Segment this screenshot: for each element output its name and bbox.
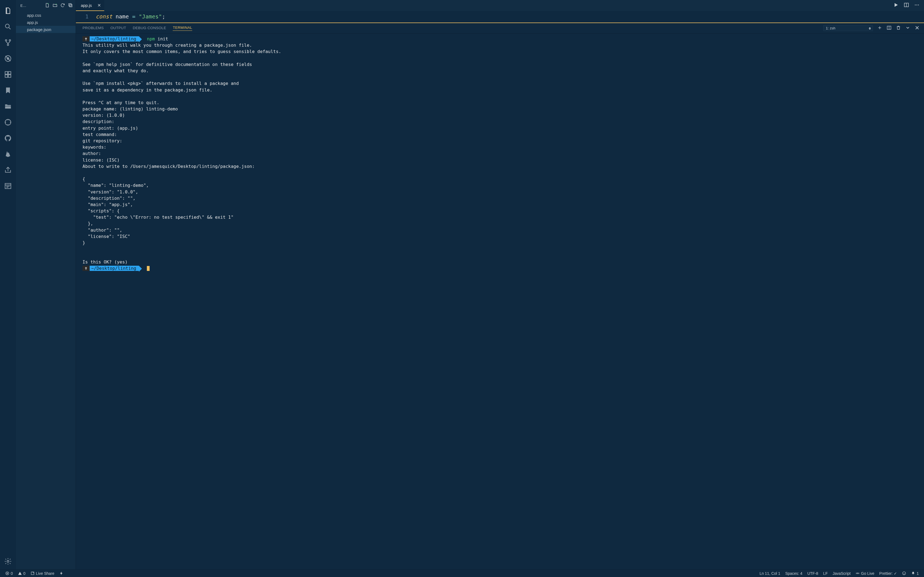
- extensions-icon[interactable]: [0, 66, 16, 82]
- close-panel-icon[interactable]: [915, 25, 919, 31]
- chevron-down-icon[interactable]: [905, 25, 910, 31]
- svg-rect-6: [5, 72, 8, 74]
- status-bar: 0 0 Live Share Ln 11, Col 1 Spaces: 4 UT…: [0, 569, 924, 577]
- collapse-icon[interactable]: [68, 3, 73, 8]
- new-file-icon[interactable]: [45, 3, 50, 8]
- svg-rect-8: [5, 75, 8, 77]
- editor-tabs: app.js ✕: [76, 0, 924, 11]
- status-eol[interactable]: LF: [822, 571, 829, 575]
- svg-point-3: [7, 44, 8, 46]
- bookmark-icon[interactable]: [0, 82, 16, 98]
- source-control-icon[interactable]: [0, 35, 16, 50]
- split-editor-icon[interactable]: [904, 2, 909, 9]
- sidebar-header: E…: [16, 0, 76, 11]
- svg-rect-21: [31, 572, 34, 575]
- folder-icon[interactable]: [0, 98, 16, 114]
- refresh-icon[interactable]: [60, 3, 65, 8]
- editor[interactable]: 1 const name = "James";: [76, 11, 924, 23]
- svg-point-2: [9, 40, 10, 41]
- svg-rect-14: [69, 5, 72, 7]
- activity-bar: [0, 0, 16, 569]
- panel-tab-output[interactable]: OUTPUT: [110, 26, 126, 31]
- panel: PROBLEMS OUTPUT DEBUG CONSOLE TERMINAL 1…: [76, 23, 924, 569]
- more-icon[interactable]: [914, 2, 919, 9]
- close-icon[interactable]: ✕: [97, 3, 101, 8]
- settings-gear-icon[interactable]: [0, 553, 16, 569]
- svg-point-5: [7, 58, 9, 60]
- svg-point-12: [7, 561, 9, 562]
- search-icon[interactable]: [0, 19, 16, 35]
- status-live-share[interactable]: Live Share: [29, 571, 56, 575]
- svg-point-22: [857, 573, 858, 574]
- terminal-selector[interactable]: 1: zsh: [823, 25, 873, 31]
- browser-icon[interactable]: [0, 178, 16, 194]
- svg-point-18: [918, 5, 919, 5]
- tab-label: app.js: [81, 3, 92, 8]
- status-warnings[interactable]: 0: [16, 571, 27, 575]
- split-terminal-icon[interactable]: [887, 25, 892, 31]
- file-item[interactable]: app.js: [16, 19, 76, 26]
- status-errors[interactable]: 0: [4, 571, 14, 575]
- svg-point-16: [915, 5, 916, 5]
- status-bell[interactable]: 1: [910, 571, 920, 575]
- svg-rect-9: [8, 75, 11, 77]
- github-icon[interactable]: [0, 130, 16, 146]
- svg-point-1: [5, 40, 6, 41]
- code-line: const name = "James";: [96, 13, 165, 23]
- explorer-icon[interactable]: [0, 3, 16, 19]
- status-prettier[interactable]: Prettier: ✓: [878, 571, 898, 575]
- file-tree: app.css app.js package.json: [16, 11, 76, 33]
- status-spaces[interactable]: Spaces: 4: [784, 571, 804, 575]
- circle-play-icon[interactable]: [0, 114, 16, 130]
- new-terminal-icon[interactable]: [877, 25, 882, 31]
- svg-rect-13: [69, 3, 71, 6]
- terminal-cursor: [147, 266, 150, 271]
- status-go-live[interactable]: Go Live: [854, 571, 876, 575]
- panel-tab-problems[interactable]: PROBLEMS: [82, 26, 104, 31]
- status-feedback-icon[interactable]: [901, 571, 908, 575]
- share-icon[interactable]: [0, 162, 16, 178]
- status-bolt-icon[interactable]: [58, 571, 65, 575]
- debug-icon[interactable]: [0, 50, 16, 66]
- run-icon[interactable]: [893, 2, 899, 9]
- svg-point-23: [903, 572, 906, 575]
- status-ln-col[interactable]: Ln 11, Col 1: [758, 571, 782, 575]
- trash-icon[interactable]: [896, 25, 901, 31]
- explorer-sidebar: E… app.css app.js package.json: [16, 0, 76, 569]
- svg-point-17: [917, 5, 918, 5]
- line-number: 1: [76, 13, 96, 23]
- terminal-body: This utility will walk you through creat…: [82, 43, 281, 264]
- firebase-icon[interactable]: [0, 146, 16, 162]
- tab-app-js[interactable]: app.js ✕: [76, 0, 104, 11]
- panel-tab-terminal[interactable]: TERMINAL: [173, 26, 192, 31]
- terminal-output[interactable]: ✝~/Desktop/linting npm init This utility…: [76, 34, 924, 569]
- prompt-path: ~/Desktop/linting: [90, 36, 139, 42]
- prompt-symbol: ✝: [82, 36, 90, 42]
- prompt-path: ~/Desktop/linting: [90, 266, 139, 271]
- prompt-symbol: ✝: [82, 266, 90, 271]
- new-folder-icon[interactable]: [53, 3, 58, 8]
- file-item[interactable]: package.json: [16, 26, 76, 33]
- svg-point-0: [5, 24, 9, 28]
- file-item[interactable]: app.css: [16, 11, 76, 19]
- svg-rect-7: [8, 72, 11, 74]
- status-language[interactable]: JavaScript: [831, 571, 852, 575]
- panel-tab-debug-console[interactable]: DEBUG CONSOLE: [133, 26, 166, 31]
- status-encoding[interactable]: UTF-8: [806, 571, 820, 575]
- sidebar-title: E…: [20, 3, 26, 8]
